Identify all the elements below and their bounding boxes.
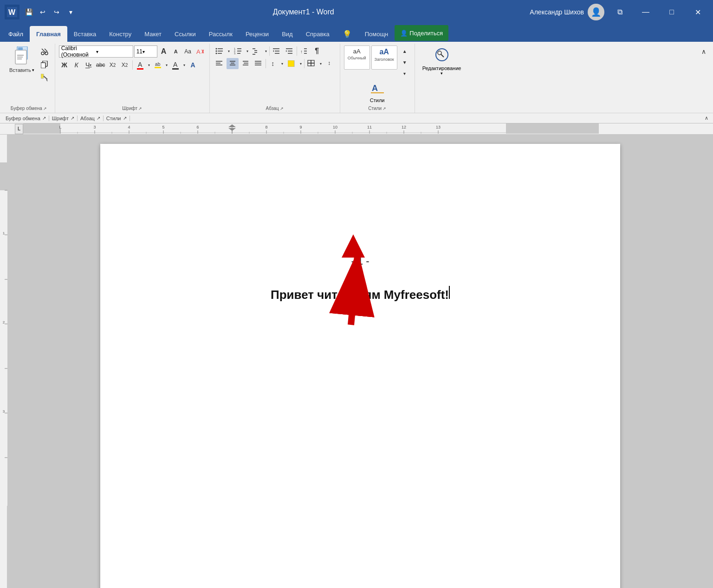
svg-point-69 [438,51,441,55]
shading-dropdown[interactable]: ▾ [298,58,303,69]
clipboard-expand-icon[interactable]: ↗ [43,106,47,111]
user-section[interactable]: Александр Шихов 👤 [530,4,604,20]
shading-button[interactable] [285,58,298,69]
cut-button[interactable] [38,45,51,58]
highlight-dropdown[interactable]: ▾ [164,60,169,70]
close-button[interactable]: ✕ [687,5,708,19]
line-spacing-button[interactable]: ↕ [267,58,279,69]
tab-lightbulb[interactable]: 💡 [336,26,358,42]
justify-button[interactable] [253,58,265,69]
decrease-indent-button[interactable] [271,45,283,57]
line-spacing-dropdown[interactable]: ▾ [280,58,285,69]
bullets-button[interactable] [214,45,226,57]
subscript-button[interactable]: X2 [107,60,118,70]
svg-point-10 [41,52,44,55]
styles-scroll-up[interactable]: ▲ [399,45,411,57]
tab-view[interactable]: Вид [275,26,299,42]
superscript-button[interactable]: X2 [119,60,130,70]
font-name-selector[interactable]: Calibri (Основной ▾ [59,45,133,58]
tab-review[interactable]: Рецензи [239,26,275,42]
editing-content: Редактирование ▾ [419,44,465,105]
user-avatar: 👤 [588,4,604,20]
styles-bottom-icon[interactable]: ↗ [123,116,127,121]
minimize-button[interactable]: — [635,5,656,19]
styles-button[interactable]: А Стили [361,80,394,105]
collapse-ribbon-icon[interactable]: ∧ [703,115,710,121]
copy-button[interactable] [38,58,51,71]
svg-rect-5 [17,55,24,56]
paragraph-bottom-icon[interactable]: ↗ [97,116,100,121]
font-size-selector[interactable]: 11 ▾ [134,45,157,58]
ribbon-collapse-area: ∧ [697,44,710,113]
borders-button[interactable] [305,58,318,69]
borders-dropdown[interactable]: ▾ [318,58,323,69]
numbering-dropdown[interactable]: ▾ [245,45,250,57]
document-area: 1 2 3 - 1 - Привет читателям Myfreesoft! [0,135,713,588]
grow-font-button[interactable]: A [158,46,169,57]
paragraph-expand-icon[interactable]: ↗ [280,106,284,111]
paste-button[interactable]: Вставить ▾ [6,45,37,74]
save-button[interactable]: 💾 [22,6,35,19]
tab-tellme[interactable]: Помощн [358,26,395,42]
undo-button[interactable]: ↩ [36,6,49,19]
bold-button[interactable]: Ж [59,60,70,70]
multilevel-dropdown[interactable]: ▾ [264,45,268,57]
tab-home[interactable]: Главная [30,26,67,42]
style-normal[interactable]: аА Обычный [344,45,370,70]
font-underline-dropdown[interactable]: ▾ [182,60,187,70]
svg-text:5: 5 [162,125,164,129]
tab-layout[interactable]: Макет [138,26,168,42]
word-app-icon[interactable]: W [5,5,19,19]
italic-button[interactable]: К [71,60,82,70]
align-left-button[interactable] [214,58,226,69]
clipboard-bottom-icon[interactable]: ↗ [42,116,46,121]
align-right-button[interactable] [240,58,252,69]
multilevel-button[interactable] [251,45,263,57]
highlight-button[interactable]: ab [152,60,163,70]
tab-references[interactable]: Ссылки [168,26,202,42]
style-h1[interactable]: аА Заголовок [371,45,397,70]
font-color-dropdown[interactable]: ▾ [147,60,151,70]
shrink-font-button[interactable]: A [170,46,181,57]
font-bottom-icon[interactable]: ↗ [71,116,74,121]
tab-help[interactable]: Справка [299,26,336,42]
ruler-indicator[interactable]: L [15,124,23,134]
bullets-dropdown[interactable]: ▾ [227,45,231,57]
document-page[interactable]: - 1 - Привет читателям Myfreesoft! [100,144,620,588]
increase-indent-button[interactable] [284,45,296,57]
tab-file[interactable]: Файл [2,26,30,42]
restore-down-button[interactable]: ⧉ [609,5,630,19]
vertical-align-button[interactable]: ↕ [324,58,336,69]
style-h1-preview: аА [379,48,389,56]
redo-button[interactable]: ↪ [50,6,63,19]
change-case-button[interactable]: Аа [182,46,194,57]
tab-insert[interactable]: Вставка [67,26,103,42]
tab-mailings[interactable]: Рассылк [202,26,239,42]
separator2 [269,46,270,56]
tab-share[interactable]: 👤Поделиться [395,25,448,41]
svg-rect-63 [308,63,311,66]
styles-scroll-down[interactable]: ▼ [399,57,411,68]
collapse-ribbon-button[interactable]: ∧ [697,45,710,58]
styles-more[interactable]: ▾ [399,68,411,79]
font-expand-icon[interactable]: ↗ [138,106,142,111]
format-painter-button[interactable] [38,71,51,84]
underline-button[interactable]: Ч ▾ [83,60,94,70]
show-marks-button[interactable]: ¶ [311,45,323,57]
font-underline-button[interactable]: А [170,60,181,70]
editing-button[interactable]: Редактирование ▾ [419,45,465,78]
clear-format-button[interactable]: А [194,46,206,57]
text-effects-button[interactable]: А [188,60,199,70]
numbering-button[interactable]: 1. 2. 3. [232,45,244,57]
align-center-button[interactable] [227,58,239,69]
svg-rect-62 [311,60,314,63]
styles-expand-icon[interactable]: ↗ [382,106,386,111]
document-text[interactable]: Привет читателям Myfreesoft! [271,286,450,302]
quick-access-dropdown[interactable]: ▾ [64,6,77,19]
sort-button[interactable]: ↑ [298,45,310,57]
tab-design[interactable]: Констру [103,26,138,42]
maximize-button[interactable]: □ [661,5,682,19]
editing-icon [434,47,449,65]
font-color-button[interactable]: А [135,60,146,70]
strikethrough-button[interactable]: abc [95,60,106,70]
